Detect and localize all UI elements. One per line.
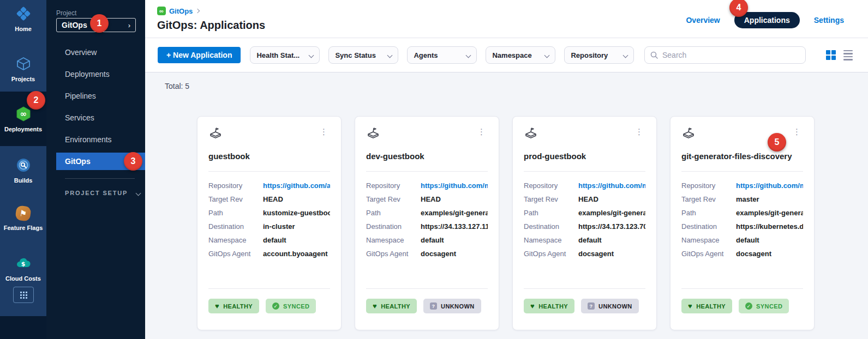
application-card-dev-guestbook[interactable]: ⋮ dev-guestbook Repositoryhttps://github… (355, 116, 499, 330)
question-icon: ? (588, 302, 595, 310)
breadcrumb-gitops-link[interactable]: GitOps (169, 7, 193, 15)
filter-namespace[interactable]: Namespace (486, 46, 555, 64)
rail-item-feature-flags[interactable]: ⚑ Feature Flags (0, 206, 46, 231)
detail-row-namespace: Namespacedefault (366, 233, 488, 247)
sidenav-item-services[interactable]: Services (56, 107, 145, 129)
rail-label-projects: Projects (11, 76, 35, 82)
rail-label-builds: Builds (14, 177, 33, 184)
kebab-menu-icon[interactable]: ⋮ (318, 126, 330, 137)
health-status-badge: ♥HEALTHY (681, 299, 732, 313)
health-status-badge: ♥HEALTHY (208, 299, 259, 313)
heart-icon: ♥ (688, 302, 692, 310)
heart-icon: ♥ (373, 302, 377, 310)
sidenav-item-overview[interactable]: Overview (56, 41, 145, 63)
detail-row-repository: Repositoryhttps://github.com/a... (208, 179, 330, 192)
sidenav-item-deployments[interactable]: Deployments (56, 63, 145, 85)
chevron-down-icon (309, 52, 314, 58)
rail-item-builds[interactable]: Builds (0, 157, 46, 184)
builds-icon (15, 157, 32, 173)
apps-grid-icon (20, 292, 27, 299)
application-card-git-generator-files-discovery[interactable]: ⋮ git-generator-files-discovery Reposito… (670, 116, 815, 330)
header-tabs: Overview Applications Settings (686, 12, 844, 28)
rail-item-deployments[interactable]: ∞ Deployments (0, 106, 46, 132)
grid-view-icon[interactable] (826, 50, 836, 60)
argo-application-icon (681, 126, 696, 141)
total-count: Total: 5 (165, 82, 868, 91)
detail-row-gitops-agent: GitOps Agentdocsagent (524, 247, 645, 261)
rail-label-home: Home (15, 26, 32, 32)
heart-icon: ♥ (530, 302, 535, 310)
new-application-button[interactable]: + New Application (158, 47, 241, 63)
sidenav-item-pipelines[interactable]: Pipelines (56, 85, 145, 107)
rail-item-home[interactable]: Home (0, 5, 46, 32)
status-badges: ♥HEALTHY ✓SYNCED (208, 299, 330, 313)
health-status-badge: ♥HEALTHY (524, 299, 574, 313)
application-name: guestbook (208, 152, 330, 161)
detail-row-namespace: Namespacedefault (208, 233, 330, 247)
heart-icon: ♥ (215, 302, 219, 310)
chevron-down-icon (544, 52, 550, 58)
list-view-icon[interactable] (843, 50, 853, 60)
repository-link[interactable]: https://github.com/a... (263, 181, 330, 190)
application-details: Repositoryhttps://github.com/m... Target… (524, 179, 645, 261)
chevron-down-icon (623, 52, 628, 58)
detail-row-repository: Repositoryhttps://github.com/m... (681, 179, 803, 192)
application-cards: ⋮ guestbook Repositoryhttps://github.com… (197, 116, 816, 330)
kebab-menu-icon[interactable]: ⋮ (475, 126, 488, 137)
kebab-menu-icon[interactable]: ⋮ (791, 126, 803, 137)
card-divider (366, 288, 488, 289)
tab-overview[interactable]: Overview (686, 16, 720, 25)
application-card-prod-guestbook[interactable]: ⋮ prod-guestbook Repositoryhttps://githu… (512, 116, 657, 330)
detail-row-namespace: Namespacedefault (524, 233, 645, 247)
search-input[interactable] (662, 51, 800, 59)
annotation-badge-1: 1 (90, 14, 109, 33)
annotation-badge-3: 3 (124, 152, 142, 171)
application-card-guestbook[interactable]: ⋮ guestbook Repositoryhttps://github.com… (197, 116, 342, 330)
sync-status-badge: ?UNKNOWN (581, 299, 638, 313)
detail-row-destination: Destinationhttps://34.173.123.70 (524, 220, 645, 233)
view-toggles (826, 50, 853, 60)
application-name: dev-guestbook (366, 152, 488, 161)
detail-row-repository: Repositoryhttps://github.com/m... (524, 179, 645, 192)
detail-row-target-rev: Target RevHEAD (524, 192, 645, 206)
card-divider (681, 171, 803, 172)
sync-status-badge: ✓SYNCED (739, 299, 789, 313)
chevron-right-icon: › (128, 21, 130, 29)
filter-sync-status[interactable]: Sync Status (328, 46, 398, 64)
feature-flags-icon: ⚑ (15, 205, 31, 221)
detail-row-path: Pathkustomize-guestbook (208, 206, 330, 220)
repository-link[interactable]: https://github.com/m... (578, 181, 645, 190)
rail-item-projects[interactable]: Projects (0, 56, 46, 82)
rail-label-deployments: Deployments (4, 126, 42, 132)
argo-application-icon (208, 126, 223, 141)
project-setup-label: PROJECT SETUP (65, 190, 128, 196)
apps-grid-button[interactable] (13, 287, 34, 303)
gitops-module-icon: ∞ (157, 7, 166, 15)
card-divider (524, 171, 645, 172)
detail-row-namespace: Namespacedefault (681, 233, 803, 247)
filter-health-status[interactable]: Health Stat... (250, 46, 320, 64)
filter-agents[interactable]: Agents (407, 46, 477, 64)
rail-label-cloud-costs: Cloud Costs (5, 275, 41, 282)
detail-row-path: Pathexamples/git-genera... (681, 206, 803, 220)
sidenav-divider (65, 178, 135, 179)
rail-item-cloud-costs[interactable]: $ Cloud Costs (0, 255, 46, 282)
project-setup-toggle[interactable]: PROJECT SETUP (65, 190, 140, 196)
filter-repository[interactable]: Repository (564, 46, 634, 64)
gitops-applications-page: Home Projects ∞ Deployments Builds ⚑ Fea… (0, 0, 868, 339)
detail-row-target-rev: Target RevHEAD (208, 192, 330, 206)
project-label: Project (56, 9, 76, 17)
project-name: GitOps (62, 21, 87, 29)
kebab-menu-icon[interactable]: ⋮ (633, 126, 645, 137)
search-box (644, 46, 806, 64)
argo-application-icon (524, 126, 538, 141)
detail-row-target-rev: Target RevHEAD (366, 192, 488, 206)
repository-link[interactable]: https://github.com/m... (421, 181, 488, 190)
tab-settings[interactable]: Settings (814, 16, 844, 25)
cloud-costs-icon: $ (15, 255, 32, 271)
rail-label-feature-flags: Feature Flags (4, 225, 43, 231)
repository-link[interactable]: https://github.com/m... (736, 181, 803, 190)
sidenav-item-environments[interactable]: Environments (56, 129, 145, 150)
chevron-down-icon (136, 190, 141, 196)
detail-row-gitops-agent: GitOps Agentaccount.byoaagent (208, 247, 330, 261)
